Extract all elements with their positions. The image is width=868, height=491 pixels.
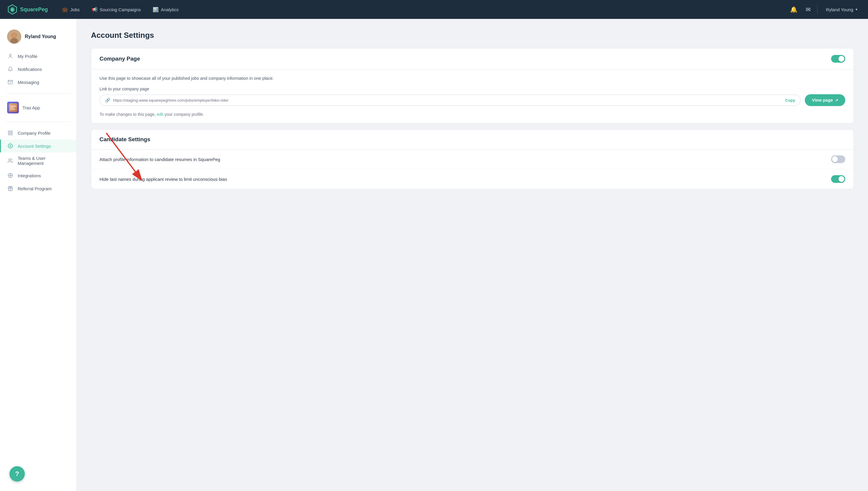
copy-button[interactable]: Copy [785, 98, 795, 103]
candidate-settings-title: Candidate Settings [99, 136, 150, 143]
main-content: Account Settings Company Page Use this p… [77, 19, 868, 491]
hide-last-names-toggle[interactable] [831, 175, 845, 183]
topnav-right: 🔔 ✉ Ryland Young ▾ [788, 4, 861, 15]
company-page-toggle[interactable] [831, 55, 845, 63]
bell-icon [7, 66, 13, 73]
company-page-header: Company Page [91, 49, 854, 69]
page-title: Account Settings [91, 31, 854, 40]
user-menu[interactable]: Ryland Young ▾ [822, 5, 861, 14]
sidebar: Ryland Young My Profile Notifications [0, 19, 77, 491]
cloud-icon [7, 172, 13, 179]
candidate-settings-header: Candidate Settings [91, 130, 854, 149]
sidebar-item-integrations[interactable]: Integrations [0, 169, 76, 182]
svg-rect-12 [10, 109, 15, 110]
link-section: Link to your company page 🔗 https://stag… [99, 87, 845, 106]
sidebar-divider-2 [6, 121, 70, 122]
nav-items: 💼 Jobs 📢 Sourcing Campaigns 📊 Analytics [57, 4, 788, 15]
help-button[interactable]: ? [9, 466, 25, 482]
sidebar-item-my-profile[interactable]: My Profile [0, 50, 76, 63]
edit-notice: To make changes to this page, edit your … [99, 112, 845, 117]
chevron-down-icon: ▾ [856, 7, 857, 11]
sidebar-notifications-label: Notifications [18, 67, 42, 72]
candidate-settings-card: Candidate Settings Attach profile inform… [91, 129, 854, 189]
people-icon [7, 157, 13, 164]
link-input-wrap: 🔗 https://staging-www.squarepeghires.com… [99, 94, 801, 106]
topnav: SquarePeg 💼 Jobs 📢 Sourcing Campaigns 📊 … [0, 0, 868, 19]
nav-divider [817, 5, 817, 14]
svg-rect-16 [11, 134, 12, 135]
grid-icon [7, 130, 13, 136]
svg-rect-11 [10, 107, 14, 108]
edit-link[interactable]: edit [157, 112, 163, 117]
toggle-knob-on [838, 176, 844, 182]
candidate-row-attach-profile: Attach profile information to candidate … [91, 149, 854, 169]
sidebar-account-settings-label: Account Settings [18, 144, 51, 149]
svg-rect-10 [10, 106, 16, 107]
svg-point-6 [12, 33, 17, 38]
svg-point-5 [10, 38, 18, 44]
attach-profile-toggle[interactable] [831, 155, 845, 163]
jobs-icon: 💼 [62, 7, 68, 12]
svg-point-18 [9, 158, 11, 161]
logo[interactable]: SquarePeg [7, 4, 48, 15]
trax-label: Trax App [23, 105, 40, 110]
main-layout: Ryland Young My Profile Notifications [0, 19, 868, 491]
gift-icon [7, 185, 13, 192]
nav-jobs[interactable]: 💼 Jobs [57, 4, 85, 15]
envelope-icon [7, 79, 13, 85]
avatar-image [7, 30, 21, 44]
sidebar-item-messaging[interactable]: Messaging [0, 76, 76, 89]
messages-button[interactable]: ✉ [804, 4, 812, 15]
trax-thumbnail [7, 102, 19, 113]
company-page-card: Company Page Use this page to showcase a… [91, 48, 854, 123]
gear-icon [7, 143, 13, 149]
sidebar-referral-label: Referral Program [18, 186, 52, 191]
sidebar-item-account-settings[interactable]: Account Settings [0, 139, 76, 152]
attach-profile-text: Attach profile information to candidate … [99, 157, 831, 162]
svg-point-7 [9, 54, 11, 56]
svg-point-17 [10, 145, 11, 147]
view-page-button[interactable]: View page ↗ [805, 94, 845, 106]
hide-last-names-text: Hide last names during applicant review … [99, 177, 831, 182]
nav-analytics[interactable]: 📊 Analytics [148, 4, 183, 15]
toggle-knob-off [832, 156, 838, 162]
nav-sourcing-campaigns[interactable]: 📢 Sourcing Campaigns [87, 4, 146, 15]
sidebar-messaging-label: Messaging [18, 80, 39, 85]
sidebar-item-trax-app[interactable]: Trax App [0, 98, 76, 117]
logo-text: SquarePeg [20, 6, 48, 13]
svg-rect-15 [8, 134, 10, 135]
external-link-icon: ↗ [835, 98, 838, 103]
candidate-row-hide-last-names: Hide last names during applicant review … [91, 169, 854, 189]
sidebar-integrations-label: Integrations [18, 173, 41, 178]
link-row: 🔗 https://staging-www.squarepeghires.com… [99, 94, 845, 106]
avatar [7, 30, 21, 44]
analytics-icon: 📊 [153, 7, 159, 12]
sidebar-username: Ryland Young [25, 34, 56, 39]
person-icon [7, 53, 13, 59]
svg-rect-14 [11, 131, 12, 132]
view-page-label: View page [812, 98, 833, 103]
company-page-description: Use this page to showcase all of your pu… [99, 76, 845, 81]
sourcing-icon: 📢 [92, 7, 97, 12]
link-icon: 🔗 [105, 98, 110, 103]
notifications-button[interactable]: 🔔 [788, 4, 799, 15]
company-page-body: Use this page to showcase all of your pu… [91, 69, 854, 123]
link-url-text: https://staging-www.squarepeghires.com/j… [113, 98, 782, 103]
toggle-knob [838, 56, 844, 62]
svg-rect-13 [8, 131, 10, 132]
sidebar-item-teams[interactable]: Teams & User Management [0, 152, 76, 169]
sidebar-divider-1 [6, 93, 70, 94]
link-label: Link to your company page [99, 87, 845, 91]
sidebar-item-notifications[interactable]: Notifications [0, 63, 76, 76]
user-name: Ryland Young [826, 7, 853, 12]
sidebar-user: Ryland Young [0, 26, 76, 50]
sidebar-item-company-profile[interactable]: Company Profile [0, 126, 76, 139]
sidebar-my-profile-label: My Profile [18, 54, 37, 59]
sidebar-item-referral[interactable]: Referral Program [0, 182, 76, 195]
sidebar-teams-label: Teams & User Management [18, 156, 69, 166]
sidebar-company-profile-label: Company Profile [18, 131, 51, 136]
svg-point-20 [10, 175, 11, 176]
company-page-title: Company Page [99, 56, 140, 62]
